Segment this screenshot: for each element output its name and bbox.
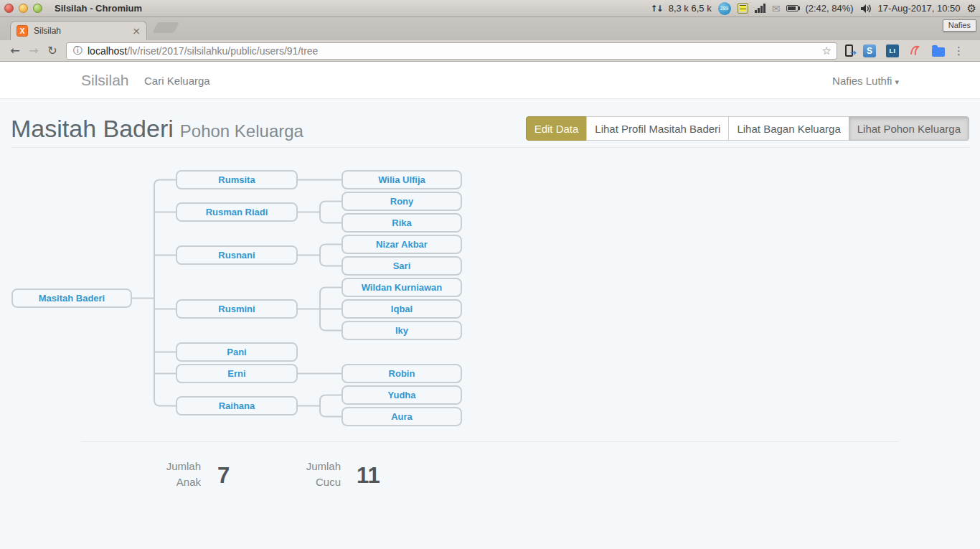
back-icon[interactable]: ←: [6, 44, 24, 57]
tree-node[interactable]: Rusnani: [176, 245, 298, 265]
view-actions-group: Edit Data Lihat Profil Masitah Baderi Li…: [526, 116, 969, 141]
clock-label[interactable]: 17-Aug-2017, 10:50: [878, 3, 961, 14]
tree-node[interactable]: Pani: [176, 342, 298, 362]
close-tab-icon[interactable]: ×: [132, 25, 141, 37]
edit-data-button[interactable]: Edit Data: [526, 116, 588, 141]
battery-status-label: (2:42, 84%): [805, 3, 853, 14]
username-overlay-badge: Nafies: [943, 19, 976, 32]
tree-node[interactable]: Rony: [341, 192, 462, 211]
battery-icon[interactable]: [786, 5, 798, 11]
blue-folder-extension-icon[interactable]: [932, 47, 945, 57]
tree-node[interactable]: Rika: [341, 213, 462, 233]
tree-node[interactable]: Rumsita: [176, 170, 298, 189]
extension-icons: ➔ S LI: [845, 44, 945, 57]
tree-node[interactable]: Wildan Kurniawan: [341, 278, 462, 297]
stat-cucu-label: Jumlah Cucu: [262, 459, 341, 490]
volume-icon[interactable]: [860, 4, 872, 14]
stat-anak-label: Jumlah Anak: [122, 459, 201, 490]
close-window-button[interactable]: [4, 4, 14, 13]
reload-icon[interactable]: ↻: [43, 44, 62, 57]
system-tray: ↑↓ 8,3 k 6,5 k 289 ✉ (2:42, 84%) 17-Aug-…: [651, 2, 980, 15]
url-host: localhost: [88, 45, 127, 57]
tree-divider: [81, 441, 899, 442]
browser-tab-silsilah[interactable]: X Silsilah ×: [10, 21, 147, 40]
tree-node[interactable]: Sari: [341, 256, 462, 276]
mail-icon[interactable]: ✉: [772, 3, 781, 14]
tree-node[interactable]: Erni: [176, 364, 298, 383]
caret-down-icon: ▾: [895, 78, 899, 87]
window-controls: [0, 4, 42, 13]
favicon-xampp-icon: X: [17, 25, 28, 37]
browser-toolbar: ← → ↻ ⓘ localhost /lv/riset/2017/silsila…: [0, 40, 980, 62]
signal-strength-icon[interactable]: [755, 4, 765, 13]
list-indicator-icon[interactable]: [738, 3, 748, 14]
stat-anak-value: 7: [217, 464, 230, 488]
tree-node[interactable]: Raihana: [176, 396, 298, 416]
new-tab-button[interactable]: [152, 22, 179, 33]
tree-node[interactable]: Iqbal: [341, 299, 462, 319]
tab-title: Silsilah: [34, 26, 132, 36]
browser-menu-icon[interactable]: ⋮: [953, 44, 964, 57]
settings-gear-icon[interactable]: ⚙: [967, 2, 976, 15]
tree-node[interactable]: Wilia Ulfija: [341, 170, 462, 189]
user-dropdown[interactable]: Nafies Luthfi▾: [832, 75, 899, 87]
tree-node[interactable]: Iky: [341, 321, 462, 340]
send-to-phone-extension-icon[interactable]: ➔: [845, 44, 853, 57]
browser-tab-strip: X Silsilah ×: [0, 17, 980, 40]
lihat-profil-button[interactable]: Lihat Profil Masitah Baderi: [586, 116, 729, 141]
network-rate-label: 8,3 k 6,5 k: [669, 3, 712, 14]
navbar-link-cari-keluarga[interactable]: Cari Keluarga: [144, 75, 210, 87]
maximize-window-button[interactable]: [33, 4, 42, 13]
tree-node[interactable]: Robin: [341, 364, 462, 383]
minimize-window-button[interactable]: [19, 4, 28, 13]
desktop-top-panel: Silsilah - Chromium ↑↓ 8,3 k 6,5 k 289 ✉…: [0, 0, 980, 17]
counter-badge-icon[interactable]: 289: [718, 2, 731, 15]
url-path: /lv/riset/2017/silsilahku/public/users/9…: [127, 45, 318, 57]
navbar-brand[interactable]: Silsilah: [81, 72, 129, 89]
network-traffic-icon[interactable]: ↑↓: [651, 4, 662, 14]
li-extension-icon[interactable]: LI: [886, 44, 899, 57]
tree-node[interactable]: Yudha: [341, 385, 462, 405]
tree-node[interactable]: Masitah Baderi: [11, 288, 132, 308]
tree-node[interactable]: Aura: [341, 407, 462, 426]
page-content: Masitah BaderiPohon Keluarga Edit Data L…: [0, 99, 980, 549]
page-info-icon[interactable]: ⓘ: [73, 44, 83, 57]
bookmark-star-icon[interactable]: ☆: [822, 44, 831, 57]
tree-node[interactable]: Nizar Akbar: [341, 235, 462, 254]
site-navbar: Silsilah Cari Keluarga Nafies Luthfi▾: [0, 62, 980, 99]
laravel-extension-icon[interactable]: [909, 44, 922, 57]
window-title: Silsilah - Chromium: [55, 3, 142, 14]
stat-cucu-value: 11: [357, 464, 380, 488]
address-bar[interactable]: ⓘ localhost /lv/riset/2017/silsilahku/pu…: [66, 42, 837, 60]
tree-node[interactable]: Rusman Riadi: [176, 202, 298, 222]
tree-node[interactable]: Rusmini: [176, 299, 298, 319]
forward-icon[interactable]: →: [24, 44, 43, 57]
tree-nodes: Wilia UlfijaRumsitaRonyRikaRusman RiadiN…: [0, 99, 502, 436]
s-extension-icon[interactable]: S: [863, 44, 876, 57]
lihat-bagan-button[interactable]: Lihat Bagan Keluarga: [728, 116, 849, 141]
lihat-pohon-button[interactable]: Lihat Pohon Keluarga: [849, 116, 969, 141]
